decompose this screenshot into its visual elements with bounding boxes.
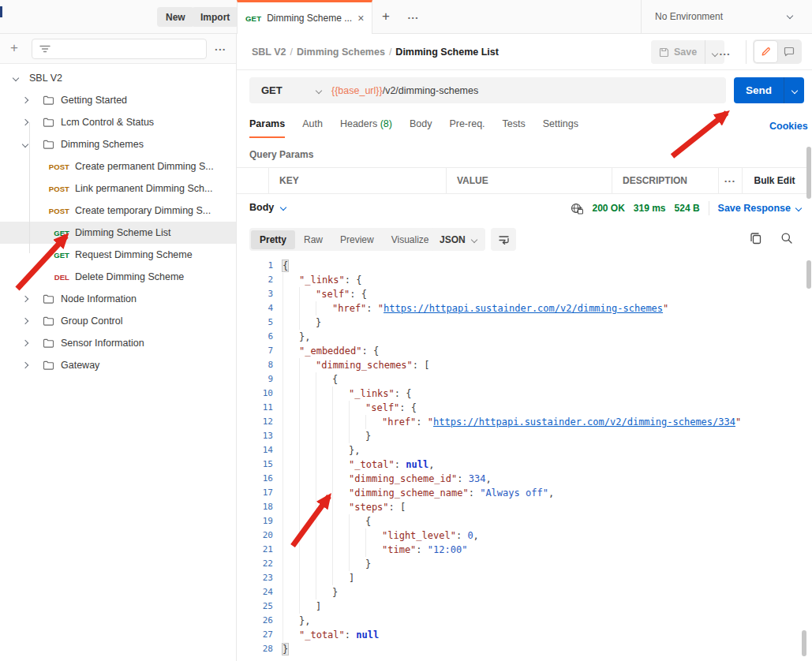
response-scrollbar[interactable] xyxy=(806,260,811,289)
tab-tests[interactable]: Tests xyxy=(503,118,526,138)
sidebar-item-request-dimming-scheme[interactable]: GETRequest Dimming Scheme xyxy=(0,244,236,266)
code-line: 19{ xyxy=(237,514,800,528)
sidebar-filter-input[interactable] xyxy=(32,39,207,59)
response-time[interactable]: 319 ms xyxy=(634,203,666,214)
tab-options-icon[interactable]: ••• xyxy=(408,14,419,21)
method-selector[interactable]: GET xyxy=(249,84,331,96)
sidebar-item-node-information[interactable]: Node Information xyxy=(0,288,236,310)
chevron-right-icon[interactable] xyxy=(22,119,28,125)
send-options-chevron-icon[interactable] xyxy=(784,77,804,103)
format-selector[interactable]: JSON xyxy=(431,228,485,251)
divider xyxy=(641,0,642,34)
code-line: 11"self": { xyxy=(237,401,800,415)
chevron-right-icon[interactable] xyxy=(22,97,28,103)
sidebar-item-group-control[interactable]: Group Control xyxy=(0,310,236,332)
chevron-right-icon[interactable] xyxy=(22,362,28,368)
indent-guide xyxy=(349,557,365,571)
response-body-dropdown[interactable]: Body xyxy=(249,202,286,213)
copy-response-button[interactable] xyxy=(750,232,762,245)
code-line: 6}, xyxy=(237,330,800,344)
sidebar-item-dimming-scheme-list[interactable]: GETDimming Scheme List xyxy=(0,222,236,244)
status-badge[interactable]: 200 OK xyxy=(592,203,624,214)
sidebar-item-link-permanent-dimming-sch[interactable]: POSTLink permanent Dimming Sch... xyxy=(0,177,236,200)
code-line: 20"light_level": 0, xyxy=(237,528,800,543)
save-response-button[interactable]: Save Response xyxy=(718,203,801,214)
tab-params[interactable]: Params xyxy=(249,118,285,138)
description-column-header[interactable]: DESCRIPTION xyxy=(612,168,718,193)
send-button[interactable]: Send xyxy=(734,77,784,103)
indent-guide xyxy=(365,528,382,543)
sidebar-add-icon[interactable]: + xyxy=(10,40,18,56)
request-label: Create permanent Dimming S... xyxy=(75,161,214,172)
sidebar-item-create-permanent-dimming-s[interactable]: POSTCreate permanent Dimming S... xyxy=(0,155,236,177)
indent-guide xyxy=(332,571,349,585)
sidebar-item-sbl-v2[interactable]: SBL V2 xyxy=(0,67,236,89)
view-tab-visualize[interactable]: Visualize xyxy=(383,230,438,249)
tab-settings[interactable]: Settings xyxy=(543,118,578,138)
view-tab-preview[interactable]: Preview xyxy=(331,230,383,249)
line-number: 13 xyxy=(237,429,273,443)
indent-guide xyxy=(299,571,316,585)
sidebar-item-delete-dimming-scheme[interactable]: DELDelete Dimming Scheme xyxy=(0,266,236,288)
response-scrollbar-lower[interactable] xyxy=(802,630,806,656)
breadcrumb-folder[interactable]: Dimming Schemes xyxy=(297,47,385,58)
sidebar-item-dimming-schemes[interactable]: Dimming Schemes xyxy=(0,133,236,155)
sidebar-item-lcm-control-status[interactable]: Lcm Control & Status xyxy=(0,111,236,133)
import-button[interactable]: Import xyxy=(192,7,238,27)
request-options-icon[interactable]: ••• xyxy=(720,50,731,58)
indent-guide xyxy=(299,514,316,528)
comment-button[interactable] xyxy=(777,41,800,62)
indent-guide xyxy=(299,543,316,557)
indent-guide xyxy=(299,486,316,500)
indent-guide xyxy=(316,443,332,457)
indent-guide xyxy=(283,330,299,344)
beautify-button[interactable] xyxy=(491,228,516,251)
chevron-right-icon[interactable] xyxy=(22,296,28,302)
response-size[interactable]: 524 B xyxy=(675,203,700,214)
sidebar-header: + ••• xyxy=(0,34,236,64)
environment-selector[interactable]: No Environment xyxy=(655,11,723,22)
new-button[interactable]: New xyxy=(157,7,194,27)
chevron-right-icon[interactable] xyxy=(22,340,28,346)
bulk-edit-button[interactable]: Bulk Edit xyxy=(742,168,806,193)
params-options-icon[interactable]: ••• xyxy=(718,168,742,193)
line-number: 5 xyxy=(237,316,273,330)
request-label: Link permanent Dimming Sch... xyxy=(75,183,212,194)
indent-guide xyxy=(283,557,299,571)
sidebar-options-icon[interactable]: ••• xyxy=(215,46,226,53)
request-tab[interactable]: GET Dimming Scheme ... × xyxy=(237,0,372,34)
sidebar-item-sensor-information[interactable]: Sensor Information xyxy=(0,332,236,354)
sidebar-item-getting-started[interactable]: Getting Started xyxy=(0,89,236,111)
line-number: 6 xyxy=(237,330,273,344)
value-column-header[interactable]: VALUE xyxy=(446,168,612,193)
search-response-button[interactable] xyxy=(780,232,793,245)
network-globe-icon[interactable] xyxy=(571,203,583,215)
response-body-code[interactable]: 1{2"_links": {3"self": {4"href": "https:… xyxy=(237,254,800,661)
sidebar-item-create-temporary-dimming-s[interactable]: POSTCreate temporary Dimming S... xyxy=(0,200,236,222)
line-number: 4 xyxy=(237,301,273,316)
url-input[interactable]: {{base_url}}/v2/dimming-schemes xyxy=(331,85,726,96)
view-tab-raw[interactable]: Raw xyxy=(295,230,331,249)
tab-close-icon[interactable]: × xyxy=(357,13,364,24)
new-tab-plus-icon[interactable]: + xyxy=(382,9,390,24)
breadcrumb-collection[interactable]: SBL V2 xyxy=(252,47,286,58)
key-column-header[interactable]: KEY xyxy=(268,168,446,193)
tab-auth[interactable]: Auth xyxy=(302,118,323,138)
tab-pre-req[interactable]: Pre-req. xyxy=(449,118,485,138)
cookies-link[interactable]: Cookies xyxy=(769,121,808,132)
code-line: 12"href": "https://httpapi.sustainder.co… xyxy=(237,415,800,429)
tab-body[interactable]: Body xyxy=(410,118,432,138)
chevron-down-icon[interactable] xyxy=(22,141,28,148)
tab-headers[interactable]: Headers (8) xyxy=(340,118,392,138)
indent-guide xyxy=(283,415,299,429)
left-edge-mark xyxy=(0,6,2,17)
view-tab-pretty[interactable]: Pretty xyxy=(251,230,295,249)
save-button[interactable]: Save xyxy=(651,47,705,58)
indent-guide xyxy=(299,372,316,387)
sidebar-item-gateway[interactable]: Gateway xyxy=(0,354,236,376)
edit-button[interactable] xyxy=(754,41,777,62)
environment-chevron-icon[interactable] xyxy=(787,13,793,19)
chevron-right-icon[interactable] xyxy=(22,318,28,324)
chevron-down-icon[interactable] xyxy=(13,75,19,81)
page-scrollbar[interactable] xyxy=(806,147,811,199)
